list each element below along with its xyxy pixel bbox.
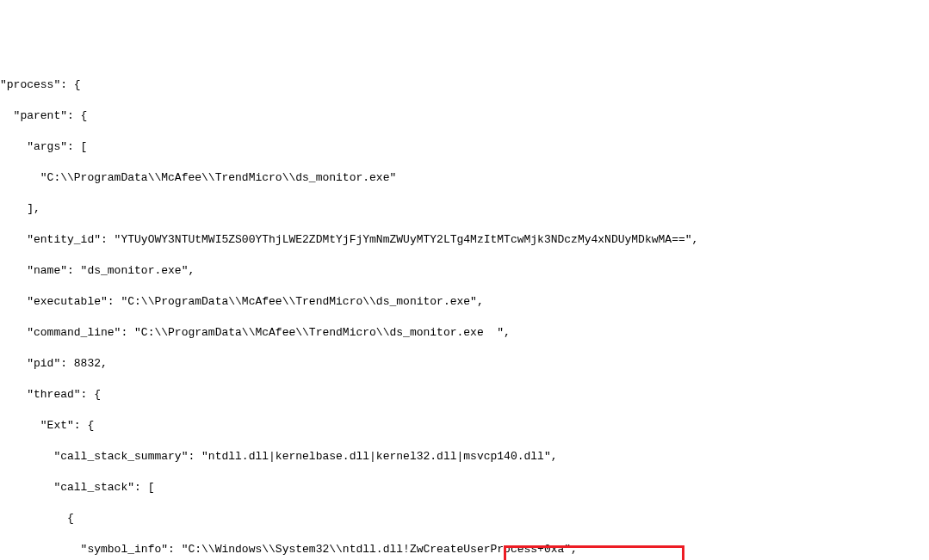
json-code-block: "process": { "parent": { "args": [ "C:\\… xyxy=(0,62,929,560)
json-line: { xyxy=(0,511,929,526)
json-line: "executable": "C:\\ProgramData\\McAfee\\… xyxy=(0,294,929,310)
json-line: "name": "ds_monitor.exe", xyxy=(0,263,929,279)
json-line: "parent": { xyxy=(0,108,929,124)
json-line: "call_stack": [ xyxy=(0,480,929,495)
json-line: "process": { xyxy=(0,77,929,93)
json-line: "call_stack_summary": "ntdll.dll|kernelb… xyxy=(0,449,929,465)
json-line: "thread": { xyxy=(0,387,929,403)
json-line: "C:\\ProgramData\\McAfee\\TrendMicro\\ds… xyxy=(0,170,929,186)
json-line: "pid": 8832, xyxy=(0,356,929,372)
json-line: "entity_id": "YTUyOWY3NTUtMWI5ZS00YThjLW… xyxy=(0,232,929,248)
json-line: "symbol_info": "C:\\Windows\\System32\\n… xyxy=(0,542,929,557)
json-line: "args": [ xyxy=(0,139,929,155)
json-line: "Ext": { xyxy=(0,418,929,434)
json-line: ], xyxy=(0,201,929,217)
json-line: "command_line": "C:\\ProgramData\\McAfee… xyxy=(0,325,929,341)
